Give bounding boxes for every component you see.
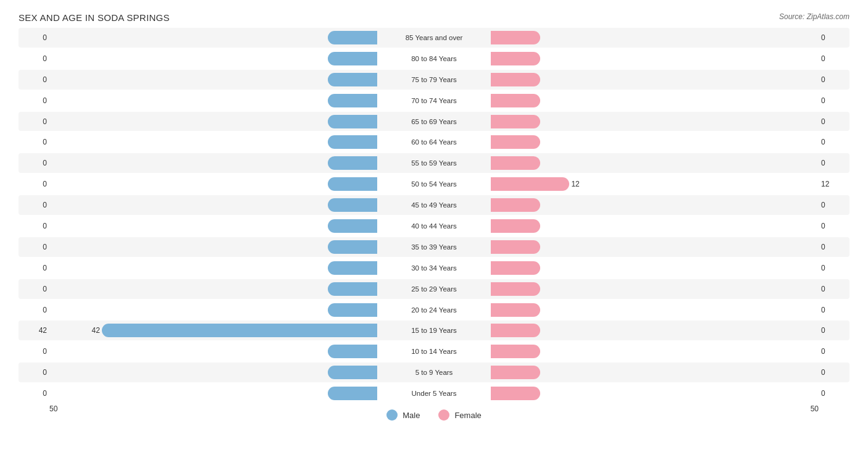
female-side	[490, 49, 819, 69]
male-bar	[328, 52, 377, 65]
age-label: 85 Years and over	[378, 34, 490, 41]
age-label: 75 to 79 Years	[378, 76, 490, 83]
table-row: 0 30 to 34 Years 0	[19, 258, 849, 278]
male-bar	[328, 94, 377, 107]
table-row: 0 75 to 79 Years 0	[19, 70, 849, 90]
right-value: 0	[819, 389, 849, 398]
male-side	[49, 279, 378, 299]
male-bar	[102, 324, 377, 337]
bar-section: 25 to 29 Years	[49, 279, 819, 299]
right-value: 0	[819, 33, 849, 42]
bar-section: 35 to 39 Years	[49, 237, 819, 257]
male-side	[49, 258, 378, 278]
male-side	[49, 195, 378, 215]
female-side	[490, 237, 819, 257]
age-label: 5 to 9 Years	[378, 369, 490, 376]
female-bar	[491, 177, 569, 191]
age-label: 50 to 54 Years	[378, 180, 490, 188]
male-side	[49, 91, 378, 111]
left-value: 0	[19, 138, 49, 146]
bar-section: 45 to 49 Years	[49, 195, 819, 215]
bar-section: 60 to 64 Years	[49, 132, 819, 152]
female-side	[490, 342, 819, 361]
chart-title: SEX AND AGE IN SODA SPRINGS	[19, 12, 849, 23]
age-label: 40 to 44 Years	[378, 222, 490, 230]
left-value: 0	[19, 96, 49, 105]
female-bar	[491, 156, 540, 170]
bar-section: 40 to 44 Years	[49, 216, 819, 236]
right-value: 0	[819, 75, 849, 84]
male-side	[49, 216, 378, 236]
age-label: 10 to 14 Years	[378, 348, 490, 355]
chart-area: 0 85 Years and over 0 0 80 to 84 Years	[19, 28, 849, 405]
axis-labels: 50 Male Female 50	[19, 405, 849, 421]
chart-container: SEX AND AGE IN SODA SPRINGS Source: ZipA…	[0, 0, 868, 457]
female-side	[490, 91, 819, 111]
left-value: 42	[19, 326, 49, 335]
bar-section: 50 to 54 Years 12	[49, 174, 819, 194]
age-label: Under 5 Years	[378, 390, 490, 397]
female-bar	[491, 94, 540, 107]
female-side	[490, 70, 819, 90]
right-value: 0	[819, 201, 849, 209]
age-label: 60 to 64 Years	[378, 138, 490, 146]
female-side	[490, 216, 819, 236]
bar-section: 70 to 74 Years	[49, 91, 819, 111]
male-bar	[328, 219, 377, 233]
female-bar	[491, 240, 540, 254]
female-bar	[491, 387, 540, 400]
right-value: 0	[819, 326, 849, 335]
table-row: 0 Under 5 Years 0	[19, 384, 849, 403]
bar-section: 42 15 to 19 Years	[49, 321, 819, 340]
table-row: 42 42 15 to 19 Years 0	[19, 321, 849, 340]
male-side	[49, 237, 378, 257]
legend-female: Female	[438, 409, 481, 421]
bar-section: 55 to 59 Years	[49, 153, 819, 173]
left-value: 0	[19, 243, 49, 251]
age-label: 45 to 49 Years	[378, 201, 490, 209]
female-bar	[491, 366, 540, 379]
table-row: 0 25 to 29 Years 0	[19, 279, 849, 299]
male-side	[49, 28, 378, 48]
female-bar	[491, 73, 540, 86]
age-label: 20 to 24 Years	[378, 306, 490, 314]
table-row: 0 5 to 9 Years 0	[19, 363, 849, 382]
table-row: 0 85 Years and over 0	[19, 28, 849, 48]
male-side	[49, 112, 378, 132]
male-bar	[328, 135, 377, 149]
left-value: 0	[19, 306, 49, 314]
right-value: 0	[819, 138, 849, 146]
female-bar	[491, 345, 540, 358]
bar-section: 30 to 34 Years	[49, 258, 819, 278]
left-value: 0	[19, 33, 49, 42]
left-value: 0	[19, 264, 49, 272]
female-side	[490, 300, 819, 320]
right-value: 0	[819, 117, 849, 126]
female-bar	[491, 219, 540, 233]
left-value: 0	[19, 368, 49, 377]
male-side	[49, 153, 378, 173]
bar-section: Under 5 Years	[49, 384, 819, 403]
male-side	[49, 342, 378, 361]
female-side	[490, 28, 819, 48]
table-row: 0 55 to 59 Years 0	[19, 153, 849, 173]
right-value: 0	[819, 54, 849, 63]
age-label: 30 to 34 Years	[378, 264, 490, 272]
legend-male-label: Male	[403, 411, 420, 420]
left-value: 0	[19, 347, 49, 356]
male-bar	[328, 177, 377, 191]
male-bar	[328, 31, 377, 44]
female-side	[490, 132, 819, 152]
female-side	[490, 384, 819, 403]
table-row: 0 10 to 14 Years 0	[19, 342, 849, 361]
male-bar	[328, 156, 377, 170]
bar-section: 80 to 84 Years	[49, 49, 819, 69]
left-value: 0	[19, 180, 49, 188]
table-row: 0 35 to 39 Years 0	[19, 237, 849, 257]
female-side	[490, 153, 819, 173]
source-text: Source: ZipAtlas.com	[779, 12, 849, 21]
bar-section: 5 to 9 Years	[49, 363, 819, 382]
left-value: 0	[19, 117, 49, 126]
left-value: 0	[19, 389, 49, 398]
male-side: 42	[49, 321, 378, 340]
